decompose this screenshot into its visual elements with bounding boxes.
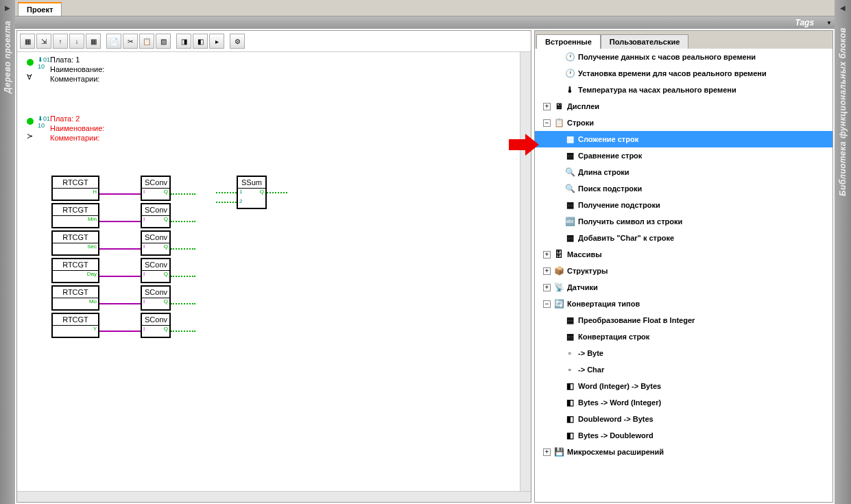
tree-item[interactable]: ▦Получение подстроки	[535, 197, 832, 213]
toolbar: ▦ ⇲ ↑ ↓ ▦ 📄 ✂ 📋 ▧ ◨ ◧ ▸ ⚙	[17, 31, 531, 52]
block-rtcgt-5[interactable]: RTCGT Mo	[51, 285, 99, 311]
toolbar-btn-down[interactable]: ↓	[69, 34, 84, 49]
left-sidebar[interactable]: ▶ Дерево проекта	[0, 0, 15, 504]
toolbar-btn-copy[interactable]: 📄	[106, 34, 121, 49]
wire	[216, 202, 237, 203]
tree-expand-icon[interactable]: −	[543, 119, 551, 127]
toolbar-btn-12[interactable]: ▸	[209, 34, 224, 49]
tree-item-label: Doubleword -> Bytes	[578, 415, 654, 423]
toolbar-btn-10[interactable]: ◨	[176, 34, 191, 49]
board-2-binary-icon: ⬇0110	[38, 115, 50, 129]
toolbar-btn-13[interactable]: ⚙	[230, 34, 245, 49]
tags-dropdown-icon[interactable]: ▼	[826, 20, 832, 26]
block-rtcgt-4[interactable]: RTCGT Day	[51, 258, 99, 283]
tree-item-label: Конвертация типов	[567, 300, 640, 308]
canvas-scrollbar-v[interactable]	[520, 52, 531, 491]
tree-item[interactable]: ◧Word (Integer) -> Bytes	[535, 378, 832, 394]
tree-item-label: Сложение строк	[578, 135, 638, 143]
toolbar-btn-2[interactable]: ⇲	[36, 34, 51, 49]
tree-item[interactable]: 🔍Длина строки	[535, 164, 832, 180]
tree-item[interactable]: ▦Добавить "Char" к строке	[535, 230, 832, 246]
tree-item-label: Сравнение строк	[578, 152, 642, 160]
tab-project[interactable]: Проект	[18, 2, 62, 16]
tree-item[interactable]: 🔍Поиск подстроки	[535, 180, 832, 197]
tree-item[interactable]: +🗄Массивы	[535, 246, 832, 263]
canvas-area[interactable]: ⬇0110 Плата: 1 Наименование: Комментарии…	[17, 52, 520, 491]
tree-item-icon: ▦	[564, 331, 575, 342]
toolbar-btn-9[interactable]: ▧	[156, 34, 171, 49]
expand-right-icon[interactable]: ◀	[840, 4, 846, 12]
toolbar-btn-up[interactable]: ↑	[53, 34, 68, 49]
tree-item-label: Добавить "Char" к строке	[578, 234, 674, 242]
wire	[171, 331, 195, 332]
wire	[99, 248, 141, 250]
toolbar-btn-paste[interactable]: 📋	[139, 34, 154, 49]
tree-expand-icon[interactable]: +	[543, 267, 551, 275]
wire	[99, 276, 141, 277]
tree-item[interactable]: −📋Строки	[535, 115, 832, 131]
right-sidebar-label: Библиотека функциональных блоков	[838, 27, 848, 196]
tree-item-icon: ▦	[564, 232, 575, 243]
block-ssum[interactable]: SSum 1Q 2	[237, 176, 267, 209]
expand-left-icon[interactable]: ▶	[5, 4, 10, 12]
tab-user[interactable]: Пользовательские	[601, 34, 689, 49]
tree-item[interactable]: ◧Doubleword -> Bytes	[535, 411, 832, 427]
tree-item-icon: ▦	[564, 134, 575, 145]
block-sconv-3[interactable]: SConv IQ	[141, 230, 171, 256]
block-sconv-4[interactable]: SConv IQ	[141, 258, 171, 283]
tree-item-label: -> Char	[578, 365, 604, 374]
tree-item[interactable]: ◧Bytes -> Doubleword	[535, 427, 832, 444]
tree-expand-icon[interactable]: +	[543, 284, 551, 291]
tree-expand-icon[interactable]: +	[543, 448, 551, 456]
tree-item[interactable]: ▫-> Char	[535, 361, 832, 378]
left-sidebar-label: Дерево проекта	[3, 21, 12, 93]
tree-expand-icon[interactable]: +	[543, 251, 551, 259]
tree-item-icon: 🗄	[553, 249, 564, 260]
toolbar-btn-cut[interactable]: ✂	[123, 34, 138, 49]
tree-item[interactable]: +💾Микросхемы расширений	[535, 444, 832, 460]
tree-item[interactable]: ▦Сравнение строк	[535, 147, 832, 164]
board-2-arrow-icon: ≻	[27, 132, 33, 141]
tree-item-label: Структуры	[567, 267, 608, 275]
block-sconv-2[interactable]: SConv IQ	[141, 203, 171, 228]
tree-item-icon: 🕐	[564, 51, 575, 62]
block-rtcgt-6[interactable]: RTCGT Y	[51, 313, 99, 338]
toolbar-btn-5[interactable]: ▦	[86, 34, 101, 49]
tree-item[interactable]: 🕐Установка времени для часов реального в…	[535, 65, 832, 82]
tree-item[interactable]: 🕐Получение данных с часов реального врем…	[535, 49, 832, 65]
tree-expand-icon[interactable]: +	[543, 103, 551, 110]
block-rtcgt-3[interactable]: RTCGT Sec	[51, 230, 99, 256]
canvas-scrollbar-h[interactable]	[17, 491, 531, 502]
tree-item[interactable]: +📡Датчики	[535, 279, 832, 296]
tree-item[interactable]: 🔤Получить символ из строки	[535, 213, 832, 230]
tree-item[interactable]: −🔄Конвертация типов	[535, 296, 832, 312]
right-sidebar[interactable]: ◀ Библиотека функциональных блоков	[835, 0, 851, 504]
tree-item[interactable]: +🖥Дисплеи	[535, 98, 832, 115]
tree-item[interactable]: ◧Bytes -> Word (Integer)	[535, 394, 832, 411]
block-rtcgt-1[interactable]: RTCGT H	[51, 176, 99, 201]
block-rtcgt-2[interactable]: RTCGT Min	[51, 203, 99, 228]
block-sconv-5[interactable]: SConv IQ	[141, 285, 171, 311]
tree-item[interactable]: ▦Конвертация строк	[535, 328, 832, 345]
tree-item[interactable]: ▫-> Byte	[535, 345, 832, 361]
library-tree[interactable]: 🕐Получение данных с часов реального врем…	[535, 49, 832, 502]
wire	[99, 331, 141, 332]
wire	[171, 303, 195, 304]
block-sconv-1[interactable]: SConv IQ	[141, 176, 171, 201]
tree-item[interactable]: +📦Структуры	[535, 263, 832, 279]
tree-item-label: Поиск подстроки	[578, 184, 642, 193]
block-sconv-6[interactable]: SConv IQ	[141, 313, 171, 338]
tree-item[interactable]: ▦Преобразование Float в Integer	[535, 312, 832, 328]
toolbar-btn-11[interactable]: ◧	[193, 34, 208, 49]
tree-item[interactable]: ▦Сложение строк	[535, 131, 832, 147]
tree-item-label: Датчики	[567, 283, 598, 291]
tree-item-icon: 🕐	[564, 68, 575, 79]
tree-item[interactable]: 🌡Температура на часах реального времени	[535, 82, 832, 98]
tab-builtin[interactable]: Встроенные	[536, 34, 601, 49]
wire	[267, 192, 287, 193]
tree-item-icon: 📦	[553, 265, 564, 276]
tree-item-label: Строки	[567, 119, 594, 127]
tree-item-icon: 🔍	[564, 167, 575, 178]
tree-expand-icon[interactable]: −	[543, 300, 551, 308]
toolbar-btn-1[interactable]: ▦	[20, 34, 35, 49]
